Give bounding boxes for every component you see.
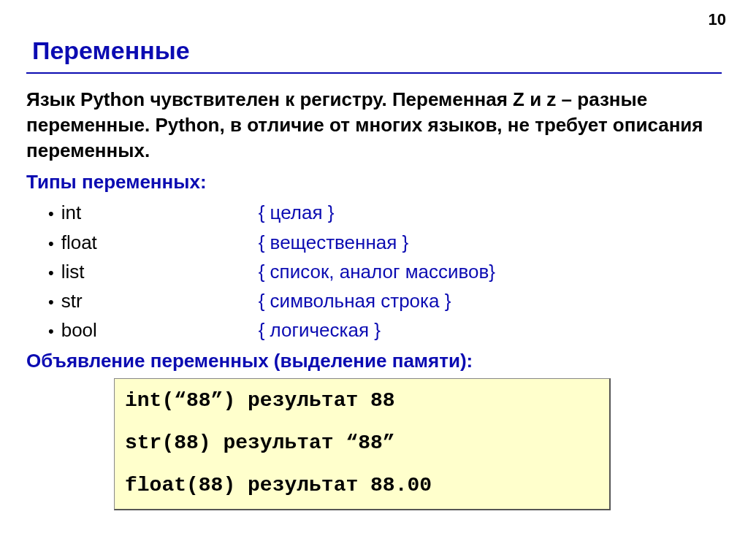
- type-name: str: [61, 286, 259, 315]
- type-name: float: [61, 228, 259, 257]
- slide-title: Переменные: [32, 37, 722, 65]
- code-line: int(“88”) результат 88: [125, 389, 599, 413]
- list-item: • float { вещественная }: [48, 228, 722, 257]
- type-desc: { символьная строка }: [259, 286, 451, 315]
- type-name: bool: [61, 315, 259, 345]
- bullet-icon: •: [48, 290, 54, 315]
- slide: 10 Переменные Язык Python чувствителен к…: [0, 0, 748, 560]
- type-desc: { логическая }: [259, 315, 381, 345]
- declaration-heading: Объявление переменных (выделение памяти)…: [26, 350, 722, 372]
- list-item: • bool { логическая }: [48, 315, 722, 345]
- types-heading: Типы переменных:: [26, 171, 722, 193]
- type-name: list: [61, 257, 259, 286]
- list-item: • int { целая }: [48, 198, 722, 227]
- bullet-icon: •: [48, 261, 54, 285]
- type-desc: { список, аналог массивов}: [259, 257, 495, 286]
- title-divider: [26, 72, 722, 74]
- type-desc: { вещественная }: [259, 228, 409, 257]
- types-list: • int { целая } • float { вещественная }…: [48, 198, 722, 345]
- page-number: 10: [709, 10, 726, 29]
- code-line: str(88) результат “88”: [125, 431, 599, 455]
- list-item: • list { список, аналог массивов}: [48, 257, 722, 286]
- code-line: float(88) результат 88.00: [125, 474, 599, 497]
- bullet-icon: •: [48, 231, 54, 256]
- intro-paragraph: Язык Python чувствителен к регистру. Пер…: [26, 87, 716, 164]
- list-item: • str { символьная строка }: [48, 286, 722, 315]
- bullet-icon: •: [48, 202, 54, 226]
- type-name: int: [61, 198, 259, 227]
- code-example-box: int(“88”) результат 88 str(88) результат…: [114, 378, 611, 511]
- type-desc: { целая }: [259, 198, 335, 227]
- bullet-icon: •: [48, 319, 54, 344]
